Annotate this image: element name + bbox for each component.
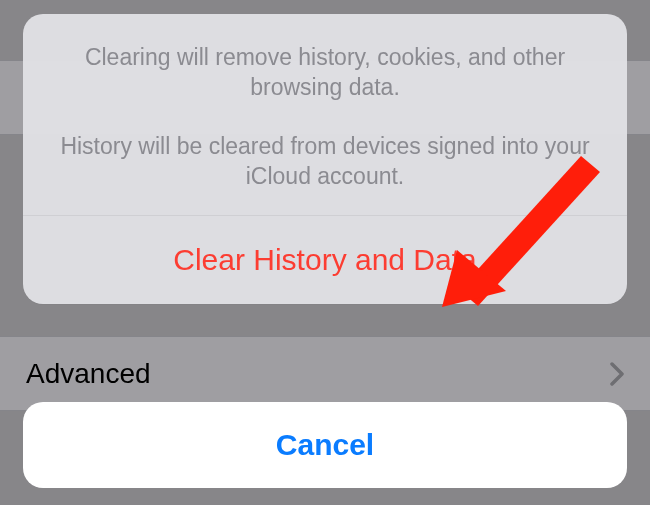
button-label: Cancel	[276, 428, 374, 462]
settings-row-label: Advanced	[26, 358, 151, 390]
cancel-button[interactable]: Cancel	[23, 402, 627, 488]
button-label: Clear History and Data	[173, 243, 476, 277]
clear-history-and-data-button[interactable]: Clear History and Data	[23, 216, 627, 304]
action-sheet-message: Clearing will remove history, cookies, a…	[23, 14, 627, 215]
action-sheet: Clearing will remove history, cookies, a…	[23, 14, 627, 304]
action-sheet-message-line: Clearing will remove history, cookies, a…	[57, 42, 593, 103]
chevron-right-icon	[610, 362, 624, 386]
settings-row-advanced: Advanced	[0, 336, 650, 411]
action-sheet-message-line: History will be cleared from devices sig…	[57, 131, 593, 192]
